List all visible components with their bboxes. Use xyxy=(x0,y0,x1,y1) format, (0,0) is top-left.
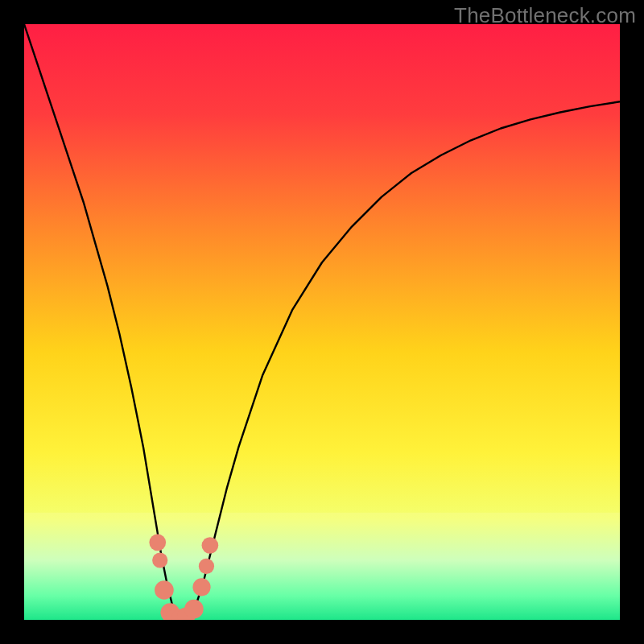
marker-point xyxy=(192,578,210,596)
marker-point xyxy=(155,580,174,600)
marker-point xyxy=(202,537,219,554)
chart-frame: TheBottleneck.com xyxy=(0,0,644,644)
bottleneck-chart xyxy=(24,24,620,620)
marker-point xyxy=(184,600,204,619)
plot-area xyxy=(24,24,620,620)
marker-point xyxy=(199,559,214,574)
highlight-band xyxy=(24,513,620,620)
marker-point xyxy=(152,552,167,568)
marker-point xyxy=(149,534,166,551)
